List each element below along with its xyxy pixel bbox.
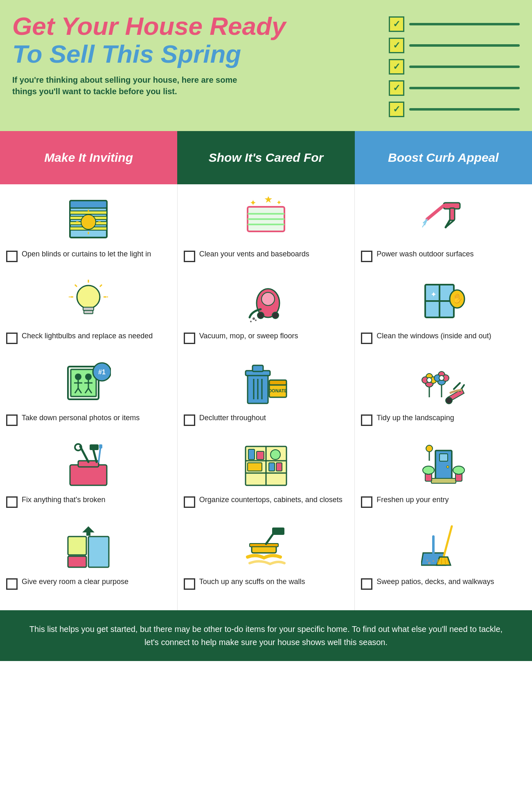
col-header-show-cared-for: Show It's Cared For bbox=[177, 131, 354, 184]
svg-rect-118 bbox=[431, 478, 456, 483]
check-line-2 bbox=[409, 44, 520, 47]
item-text-lightbulbs: Check lightbulbs and replace as needed bbox=[22, 331, 153, 341]
check-box-5: ✓ bbox=[389, 102, 404, 117]
checkbox-landscaping[interactable] bbox=[361, 414, 372, 426]
svg-point-57 bbox=[257, 312, 264, 319]
item-text-powerwash: Power wash outdoor surfaces bbox=[376, 249, 473, 259]
svg-line-87 bbox=[427, 206, 444, 219]
svg-rect-64 bbox=[252, 365, 263, 371]
column-make-it-inviting: Open blinds or curtains to let the light… bbox=[0, 184, 178, 610]
svg-rect-13 bbox=[84, 310, 93, 314]
icon-photos: #1 bbox=[6, 356, 171, 410]
item-row-organize: Organize countertops, cabinets, and clos… bbox=[184, 495, 349, 508]
item-row-lightbulbs: Check lightbulbs and replace as needed bbox=[6, 331, 171, 344]
checkbox-blinds[interactable] bbox=[6, 251, 18, 262]
checklist-item-1: ✓ bbox=[389, 16, 520, 32]
svg-point-120 bbox=[423, 466, 434, 474]
icon-vacuum bbox=[184, 274, 349, 328]
checkbox-entry[interactable] bbox=[361, 496, 372, 508]
checkbox-powerwash[interactable] bbox=[361, 251, 372, 262]
item-row-declutter: Declutter throughout bbox=[184, 413, 349, 426]
svg-rect-75 bbox=[248, 449, 255, 460]
checkbox-vacuum[interactable] bbox=[184, 333, 195, 344]
checkbox-vents[interactable] bbox=[184, 251, 195, 262]
col-header-boost-curb: Boost Curb Appeal bbox=[355, 131, 532, 184]
icon-windows: ✋ ✦ bbox=[361, 274, 526, 328]
check-box-1: ✓ bbox=[389, 16, 404, 32]
icon-organize bbox=[184, 438, 349, 491]
svg-text:✋: ✋ bbox=[451, 293, 463, 304]
checkbox-photos[interactable] bbox=[6, 414, 18, 426]
item-row-landscaping: Tidy up the landscaping bbox=[361, 413, 526, 426]
checkbox-windows[interactable] bbox=[361, 333, 372, 344]
checkbox-declutter[interactable] bbox=[184, 414, 195, 426]
item-text-vents: Clean your vents and baseboards bbox=[199, 249, 309, 259]
item-text-purpose: Give every room a clear purpose bbox=[22, 577, 128, 587]
check-line-1 bbox=[409, 23, 520, 25]
svg-point-123 bbox=[426, 445, 433, 452]
icon-sweep bbox=[361, 520, 526, 573]
svg-text:#1: #1 bbox=[98, 369, 106, 376]
item-row-walls: Touch up any scuffs on the walls bbox=[184, 577, 349, 590]
footer: This list helps you get started, but the… bbox=[0, 610, 532, 661]
checkbox-walls[interactable] bbox=[184, 578, 195, 590]
svg-rect-43 bbox=[99, 444, 102, 448]
svg-text:DONATE: DONATE bbox=[268, 388, 287, 393]
checkbox-lightbulbs[interactable] bbox=[6, 333, 18, 344]
col-headers: Make It Inviting Show It's Cared For Boo… bbox=[0, 131, 532, 184]
item-row-broken: Fix anything that's broken bbox=[6, 495, 171, 508]
svg-rect-41 bbox=[90, 444, 99, 450]
svg-point-77 bbox=[271, 450, 280, 460]
svg-point-117 bbox=[446, 466, 449, 468]
checkbox-sweep[interactable] bbox=[361, 578, 372, 590]
check-box-4: ✓ bbox=[389, 80, 404, 96]
svg-line-90 bbox=[422, 219, 427, 227]
header-text: Get Your House Ready To Sell This Spring… bbox=[12, 12, 381, 97]
checkbox-organize[interactable] bbox=[184, 496, 195, 508]
item-text-landscaping: Tidy up the landscaping bbox=[376, 413, 454, 423]
svg-marker-47 bbox=[82, 526, 95, 536]
icon-clear-purpose bbox=[6, 520, 171, 573]
icon-tools bbox=[6, 438, 171, 491]
checklist-item-4: ✓ bbox=[389, 80, 520, 96]
footer-text: This list helps you get started, but the… bbox=[29, 625, 503, 647]
header-subtitle: If you're thinking about selling your ho… bbox=[12, 74, 250, 97]
checkbox-broken[interactable] bbox=[6, 496, 18, 508]
icon-entry bbox=[361, 438, 526, 491]
svg-point-132 bbox=[433, 560, 434, 562]
column-boost-curb: Power wash outdoor surfaces ✋ ✦ Clean th… bbox=[355, 184, 532, 610]
checkbox-purpose[interactable] bbox=[6, 578, 18, 590]
svg-rect-116 bbox=[440, 454, 448, 461]
item-text-sweep: Sweep patios, decks, and walkways bbox=[376, 577, 494, 587]
svg-rect-1 bbox=[70, 201, 107, 208]
svg-point-111 bbox=[446, 397, 452, 404]
svg-line-126 bbox=[444, 526, 452, 557]
header-title: Get Your House Ready To Sell This Spring bbox=[12, 12, 381, 68]
svg-point-6 bbox=[81, 215, 96, 229]
item-row-vacuum: Vacuum, mop, or sweep floors bbox=[184, 331, 349, 344]
svg-point-61 bbox=[255, 319, 257, 321]
checklist-item-2: ✓ bbox=[389, 38, 520, 53]
icon-declutter: DONATE bbox=[184, 356, 349, 410]
item-text-blinds: Open blinds or curtains to let the light… bbox=[22, 249, 151, 259]
icon-powerwash bbox=[361, 192, 526, 246]
icon-paint bbox=[184, 520, 349, 573]
svg-rect-76 bbox=[257, 451, 264, 460]
svg-rect-82 bbox=[250, 543, 278, 547]
item-text-broken: Fix anything that's broken bbox=[22, 495, 106, 505]
svg-point-133 bbox=[426, 559, 428, 561]
icon-vents: ✦ ✦ ★ bbox=[184, 192, 349, 246]
check-box-2: ✓ bbox=[389, 38, 404, 53]
svg-rect-36 bbox=[70, 465, 107, 485]
svg-line-16 bbox=[100, 285, 102, 287]
item-row-entry: Freshen up your entry bbox=[361, 495, 526, 508]
svg-rect-45 bbox=[68, 556, 86, 567]
check-line-4 bbox=[409, 87, 520, 89]
item-text-declutter: Declutter throughout bbox=[199, 413, 266, 423]
item-text-windows: Clean the windows (inside and out) bbox=[376, 331, 491, 341]
svg-rect-44 bbox=[68, 537, 86, 555]
column-show-cared-for: ✦ ✦ ★ Clean your vents and baseboards bbox=[178, 184, 355, 610]
svg-point-59 bbox=[252, 317, 255, 320]
title-line2: To Sell This Spring bbox=[12, 40, 381, 68]
checklist-item-3: ✓ bbox=[389, 59, 520, 75]
